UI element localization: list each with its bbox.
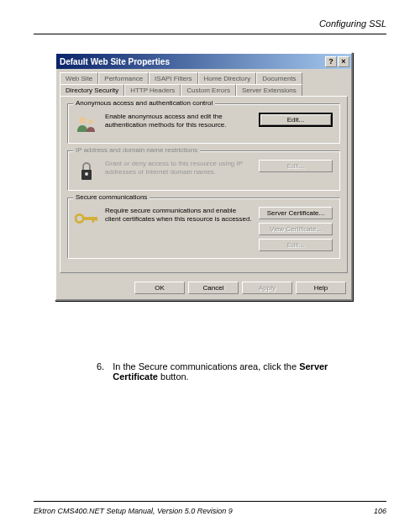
titlebar-buttons: ? × xyxy=(325,56,349,67)
tab-performance[interactable]: Performance xyxy=(98,72,149,84)
group-title-ip: IP address and domain name restrictions xyxy=(73,146,200,154)
cancel-button[interactable]: Cancel xyxy=(188,282,239,294)
svg-rect-5 xyxy=(82,217,97,220)
view-certificate-button: View Certificate... xyxy=(259,223,333,235)
tab-custom-errors[interactable]: Custom Errors xyxy=(181,84,236,96)
properties-dialog: Default Web Site Properties ? × Web Site… xyxy=(55,52,353,301)
edit-ip-button: Edit... xyxy=(259,160,333,172)
footer-left: Ektron CMS400.NET Setup Manual, Version … xyxy=(34,507,233,515)
group-title-anonymous: Anonymous access and authentication cont… xyxy=(73,99,215,107)
titlebar-text: Default Web Site Properties xyxy=(60,57,325,66)
titlebar: Default Web Site Properties ? × xyxy=(56,54,351,69)
help-dialog-button[interactable]: Help xyxy=(296,282,346,294)
svg-point-4 xyxy=(76,214,83,222)
page-header: Configuring SSL xyxy=(319,18,386,29)
group-secure-communications: Secure communications Require secure com… xyxy=(67,198,340,259)
key-icon xyxy=(75,207,98,230)
group-text-ip: Grant or deny access to this resource us… xyxy=(105,160,252,177)
footer-rule xyxy=(34,501,386,502)
tab-body: Anonymous access and authentication cont… xyxy=(60,96,348,273)
server-certificate-button[interactable]: Server Certificate... xyxy=(259,207,333,219)
instruction-text: In the Secure communications area, click… xyxy=(113,361,370,382)
group-title-secure: Secure communications xyxy=(73,193,150,201)
header-rule xyxy=(34,34,386,34)
group-text-secure: Require secure communications and enable… xyxy=(105,207,252,224)
footer: Ektron CMS400.NET Setup Manual, Version … xyxy=(34,507,386,515)
lock-icon xyxy=(75,160,98,183)
tab-home-directory[interactable]: Home Directory xyxy=(198,72,257,84)
instruction-number: 6. xyxy=(97,361,104,382)
group-ip-restrictions: IP address and domain name restrictions … xyxy=(67,150,340,191)
tab-documents[interactable]: Documents xyxy=(256,72,302,84)
dialog-buttons: OK Cancel Apply Help xyxy=(56,277,351,299)
group-anonymous-access: Anonymous access and authentication cont… xyxy=(67,103,340,144)
edit-auth-button[interactable]: Edit... xyxy=(259,113,333,127)
tab-web-site[interactable]: Web Site xyxy=(60,72,98,84)
users-icon xyxy=(75,113,98,136)
svg-rect-7 xyxy=(95,217,97,221)
tabs: Web Site Performance ISAPI Filters Home … xyxy=(56,69,351,96)
svg-rect-6 xyxy=(92,217,95,223)
tab-isapi-filters[interactable]: ISAPI Filters xyxy=(149,72,197,84)
apply-button: Apply xyxy=(242,282,292,294)
svg-point-1 xyxy=(88,119,93,124)
instruction-step: 6. In the Secure communications area, cl… xyxy=(97,361,370,382)
close-button[interactable]: × xyxy=(338,56,349,67)
svg-point-3 xyxy=(85,172,88,176)
svg-point-0 xyxy=(79,117,86,124)
help-button[interactable]: ? xyxy=(325,56,337,67)
ok-button[interactable]: OK xyxy=(134,282,185,294)
edit-secure-button: Edit... xyxy=(259,239,333,251)
group-text-anonymous: Enable anonymous access and edit the aut… xyxy=(105,113,252,130)
tab-directory-security[interactable]: Directory Security xyxy=(60,84,124,96)
footer-page-number: 106 xyxy=(374,507,386,515)
tab-server-extensions[interactable]: Server Extensions xyxy=(236,84,302,96)
tab-http-headers[interactable]: HTTP Headers xyxy=(124,84,181,96)
